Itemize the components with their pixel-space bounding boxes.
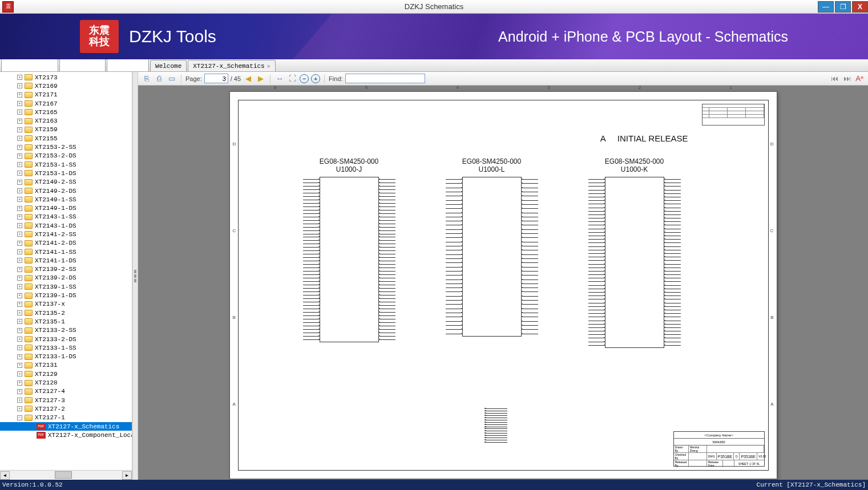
tree-item[interactable]: XT2139-2-SS (0, 265, 132, 274)
expand-icon[interactable] (17, 276, 22, 281)
expand-icon[interactable] (17, 310, 22, 315)
expand-icon[interactable] (17, 145, 22, 150)
tree-item[interactable]: XT2141-2-SS (0, 230, 132, 238)
expand-icon[interactable] (17, 267, 22, 272)
tree-item[interactable]: XT2141-1-DS (0, 256, 132, 265)
tree-item[interactable]: XT2153-1-DS (0, 169, 132, 177)
expand-icon[interactable] (17, 92, 22, 98)
scroll-right-button[interactable]: ► (122, 471, 132, 480)
tree-item[interactable]: XT2141-1-SS (0, 248, 132, 256)
expand-icon[interactable] (17, 363, 22, 368)
print-icon[interactable]: ⎙ (154, 74, 164, 84)
expand-icon[interactable] (17, 83, 22, 88)
tree-item[interactable]: XT2159 (0, 125, 132, 134)
expand-icon[interactable] (17, 171, 22, 176)
tab-welcome[interactable]: Welcome (150, 60, 187, 71)
zoom-in-button[interactable]: + (311, 74, 320, 83)
tree-view[interactable]: XT2173XT2169XT2171XT2167XT2165XT2163XT21… (0, 72, 132, 470)
scroll-track[interactable] (10, 471, 122, 480)
tree-item[interactable]: XT2133-1-SS (0, 343, 132, 352)
tree-item[interactable]: XT2167 (0, 99, 132, 108)
tree-item[interactable]: XT2135-2 (0, 309, 132, 317)
page-input[interactable] (204, 74, 228, 83)
expand-icon[interactable] (17, 354, 22, 359)
find-prev-button[interactable]: ⏮ (829, 74, 839, 84)
tree-item[interactable]: XT2128 (0, 378, 132, 387)
minimize-button[interactable]: — (818, 1, 834, 13)
expand-icon[interactable] (17, 398, 22, 403)
expand-icon[interactable] (17, 188, 22, 193)
tree-item[interactable]: XT2165 (0, 108, 132, 116)
expand-icon[interactable] (17, 153, 22, 159)
copy-icon[interactable]: ⎘ (142, 74, 152, 84)
tree-item[interactable]: XT2149-2-SS (0, 178, 132, 187)
expand-icon[interactable] (17, 389, 22, 394)
tree-item[interactable]: XT2149-1-DS (0, 204, 132, 212)
expand-icon[interactable] (17, 406, 22, 411)
tree-item[interactable]: XT2169 (0, 82, 132, 90)
tree-item[interactable]: XT2129 (0, 370, 132, 378)
tree-item[interactable]: XT2127-3 (0, 396, 132, 404)
expand-icon[interactable] (17, 214, 22, 220)
tree-item-open[interactable]: XT2127-1 (0, 414, 132, 422)
expand-icon[interactable] (17, 380, 22, 386)
tab-document[interactable]: XT2127-x_Schematics ✕ (188, 60, 275, 71)
expand-icon[interactable] (17, 75, 22, 80)
find-input[interactable] (345, 74, 425, 83)
fit-width-icon[interactable]: ↔ (274, 74, 285, 84)
tree-item[interactable]: XT2133-1-DS (0, 353, 132, 361)
tree-item[interactable]: XT2135-1 (0, 317, 132, 326)
tree-item[interactable]: XT2149-2-DS (0, 187, 132, 195)
expand-icon[interactable] (17, 197, 22, 202)
tree-item[interactable]: XT2139-2-DS (0, 274, 132, 282)
tree-item[interactable]: XT2127-4 (0, 387, 132, 396)
tree-item[interactable]: XT2143-1-DS (0, 221, 132, 230)
document-area[interactable]: 654321 A INITIAL RELEASE EG08-SM4250-000… (138, 86, 868, 480)
expand-icon[interactable] (17, 180, 22, 185)
tree-item[interactable]: XT2149-1-SS (0, 195, 132, 204)
tree-item[interactable]: XT2153-2-DS (0, 152, 132, 160)
expand-icon[interactable] (17, 110, 22, 115)
expand-icon[interactable] (17, 136, 22, 141)
splitter[interactable] (132, 72, 138, 480)
tree-item[interactable]: XT2155 (0, 134, 132, 143)
tree-item[interactable]: XT2143-1-SS (0, 213, 132, 221)
tree-item[interactable]: XT2153-1-SS (0, 160, 132, 169)
expand-icon[interactable] (17, 284, 22, 289)
expand-icon[interactable] (17, 241, 22, 246)
expand-icon[interactable] (17, 371, 22, 376)
expand-icon[interactable] (17, 249, 22, 254)
expand-icon[interactable] (17, 293, 22, 298)
tree-item-selected[interactable]: PDFXT2127-x_Schematics (0, 422, 132, 431)
tree-item[interactable]: XT2173 (0, 73, 132, 82)
prev-page-button[interactable]: ◀ (243, 74, 253, 84)
tree-item[interactable]: XT2141-2-DS (0, 239, 132, 248)
expand-icon[interactable] (17, 101, 22, 106)
text-size-icon[interactable]: Aᵃ (854, 74, 865, 84)
tree-item[interactable]: XT2171 (0, 91, 132, 99)
page-icon[interactable]: ▭ (167, 74, 177, 84)
maximize-button[interactable]: ❐ (835, 1, 851, 13)
scroll-thumb[interactable] (55, 471, 72, 479)
expand-icon[interactable] (17, 162, 22, 167)
collapse-icon[interactable] (17, 415, 22, 420)
fit-page-icon[interactable]: ⛶ (287, 74, 297, 84)
expand-icon[interactable] (17, 258, 22, 263)
tree-item[interactable]: XT2139-1-SS (0, 282, 132, 291)
tree-item[interactable]: XT2127-2 (0, 404, 132, 413)
tree-item[interactable]: XT2131 (0, 361, 132, 370)
expand-icon[interactable] (17, 328, 22, 333)
scroll-left-button[interactable]: ◄ (0, 471, 10, 480)
tree-item[interactable]: XT2153-2-SS (0, 143, 132, 151)
close-icon[interactable]: ✕ (267, 63, 271, 70)
find-next-button[interactable]: ⏭ (842, 74, 852, 84)
tree-item[interactable]: XT2133-2-DS (0, 335, 132, 343)
expand-icon[interactable] (17, 302, 22, 307)
tree-item[interactable]: XT2139-1-DS (0, 291, 132, 299)
expand-icon[interactable] (17, 223, 22, 228)
expand-icon[interactable] (17, 337, 22, 342)
close-button[interactable]: X (852, 1, 868, 13)
zoom-out-button[interactable]: − (300, 74, 309, 83)
tree-item[interactable]: XT2133-2-SS (0, 326, 132, 335)
tree-item[interactable]: XT2163 (0, 116, 132, 125)
